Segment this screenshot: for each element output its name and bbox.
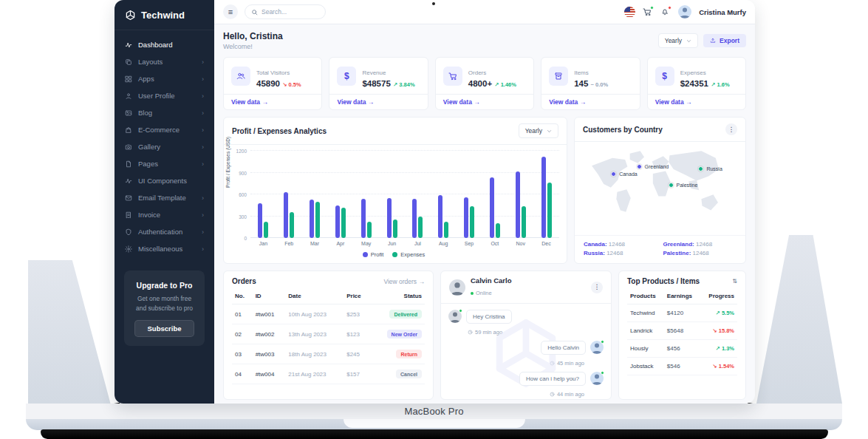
export-button[interactable]: Export <box>703 34 746 47</box>
stat-label: Total Visitors <box>256 69 290 76</box>
sidebar-item-dashboard[interactable]: Dashboard <box>115 36 214 53</box>
bar-profit-mar <box>310 200 314 238</box>
bar-expenses-may <box>367 222 372 238</box>
macbook-label: MacBook Pro <box>404 406 463 417</box>
sidebar-item-layouts[interactable]: Layouts› <box>115 53 214 70</box>
message-bubble: Hey Cristina <box>466 310 512 324</box>
view-data-link[interactable]: View data → <box>224 94 321 109</box>
product-row-hously: Hously$456↗ 1.3% <box>627 340 737 358</box>
chat-message-left: Hey Cristina <box>448 310 604 326</box>
sidebar-item-authentication[interactable]: Authentication› <box>115 223 214 240</box>
bar-group-may <box>353 151 379 238</box>
chart-plot-area: 03006009001200 <box>250 151 559 238</box>
laptop-body-left <box>28 260 113 404</box>
bar-expenses-dec <box>547 183 552 238</box>
sidebar-item-label: Gallery <box>138 143 160 151</box>
status-badge: New Order <box>387 330 422 338</box>
view-data-link[interactable]: View data → <box>541 94 639 109</box>
grid-icon <box>125 75 132 83</box>
stat-value: $24351 ↗ 1.6% <box>680 79 730 88</box>
marker-dot <box>669 183 674 188</box>
dollar-icon: $ <box>337 67 356 86</box>
period-select[interactable]: Yearly <box>658 33 698 48</box>
sidebar-item-miscellaneous[interactable]: Miscellaneous› <box>115 240 214 257</box>
legend-item-expenses[interactable]: Expenses <box>392 251 425 258</box>
sidebar-item-pages[interactable]: Pages› <box>115 155 214 172</box>
bar-expenses-jun <box>393 220 397 238</box>
chat-menu-button[interactable]: ⋮ <box>591 282 603 293</box>
x-tick-label: Dec <box>533 241 559 246</box>
view-data-link[interactable]: View data → <box>648 94 745 109</box>
orders-col-header: No. <box>232 288 253 304</box>
progress-value: ↘ 15.8% <box>712 327 734 334</box>
brand-logo[interactable]: Techwind <box>115 0 214 30</box>
bar-group-feb <box>276 151 302 238</box>
view-orders-link[interactable]: View orders → <box>383 278 425 285</box>
sidebar-item-user-profile[interactable]: User Profile› <box>115 87 214 104</box>
sort-icon[interactable]: ⇅ <box>732 278 737 285</box>
app-window: Techwind DashboardLayouts›Apps›User Prof… <box>115 0 755 404</box>
search-input[interactable] <box>262 8 313 16</box>
sidebar-item-email-template[interactable]: Email Template› <box>115 189 214 206</box>
sidebar-item-e-commerce[interactable]: E-Commerce› <box>115 121 214 138</box>
map-marker-russia[interactable]: Russia <box>698 166 722 171</box>
menu-toggle-button[interactable]: ≡ <box>223 4 238 19</box>
us-flag-icon[interactable] <box>624 7 635 18</box>
search-box[interactable] <box>245 4 326 19</box>
chart-bars <box>250 151 559 238</box>
map-marker-canada[interactable]: Canada <box>611 171 638 177</box>
map-marker-greenland[interactable]: Greenland <box>637 164 669 169</box>
cart-button[interactable] <box>643 7 653 17</box>
stat-cards-row: Total Visitors45890 ↘ 0.5%View data →$Re… <box>223 57 746 110</box>
orders-title: Orders <box>232 277 256 285</box>
map-marker-palestine[interactable]: Palestine <box>669 183 698 188</box>
chat-messages: Hey Cristina59 min agoHello Calvin45 min… <box>441 304 611 399</box>
sidebar-item-label: Pages <box>138 160 158 168</box>
sidebar-item-label: Miscellaneous <box>138 245 182 253</box>
product-row-techwind: Techwind$4120↗ 5.5% <box>627 304 737 322</box>
bar-group-sep <box>457 151 482 238</box>
progress-value: ↗ 1.3% <box>716 345 734 352</box>
chevron-right-icon: › <box>202 228 204 236</box>
page-subtitle: Welcome! <box>223 43 283 50</box>
sidebar-item-blog[interactable]: Blog› <box>115 104 214 121</box>
dashboard-content: Hello, Cristina Welcome! Yearly Export <box>214 24 755 404</box>
view-data-link[interactable]: View data → <box>436 94 533 109</box>
stat-trend: ~ 0.0% <box>591 81 609 88</box>
layers-icon <box>125 58 132 66</box>
stat-value: 45890 ↘ 0.5% <box>256 79 301 88</box>
view-data-link[interactable]: View data → <box>329 94 427 109</box>
map-stats: Canada: 12468Greenland: 12468Russia: 124… <box>575 235 745 263</box>
bar-chart: Profit / Expenses (USD) 03006009001200 J… <box>224 145 567 263</box>
order-row-01: 01#tw00110th Aug 2023$253Delivered <box>232 304 425 324</box>
bar-expenses-feb <box>290 212 294 238</box>
chart-period-select[interactable]: Yearly <box>519 123 558 138</box>
camera-icon <box>125 143 132 151</box>
sidebar-item-label: UI Components <box>138 177 187 185</box>
products-col-header: Earnings <box>664 288 700 304</box>
customers-map-panel: Customers by Country ⋮ CanadaGreenlandRu… <box>574 117 746 264</box>
activity-icon <box>125 177 132 185</box>
chart-legend: ProfitExpenses <box>228 251 559 258</box>
user-name[interactable]: Cristina Murfy <box>699 8 746 16</box>
chat-message-right: How can i help you? <box>448 372 604 388</box>
chat-contact-name: Calvin Carlo <box>471 276 511 285</box>
legend-item-profit[interactable]: Profit <box>363 251 384 258</box>
map-menu-button[interactable]: ⋮ <box>725 123 737 135</box>
cart-icon <box>443 67 462 86</box>
chevron-right-icon: › <box>202 58 204 66</box>
order-row-03: 03#tw00318th Aug 2023$245Return <box>232 344 425 364</box>
subscribe-button[interactable]: Subscribe <box>134 320 195 337</box>
sidebar-item-ui-components[interactable]: UI Components <box>115 172 214 189</box>
chat-contact-avatar[interactable] <box>449 279 465 296</box>
notifications-button[interactable] <box>660 7 671 17</box>
sidebar-item-invoice[interactable]: Invoice› <box>115 206 214 223</box>
sidebar-item-apps[interactable]: Apps› <box>115 70 214 87</box>
chat-status: Online <box>471 290 492 296</box>
sidebar-item-gallery[interactable]: Gallery› <box>115 138 214 155</box>
bar-profit-nov <box>516 171 520 238</box>
user-avatar[interactable] <box>678 5 691 18</box>
chevron-right-icon: › <box>202 126 204 134</box>
chat-panel: Calvin Carlo Online ⋮ Hey Cristina59 min… <box>440 270 612 400</box>
presence-dot <box>601 340 604 344</box>
